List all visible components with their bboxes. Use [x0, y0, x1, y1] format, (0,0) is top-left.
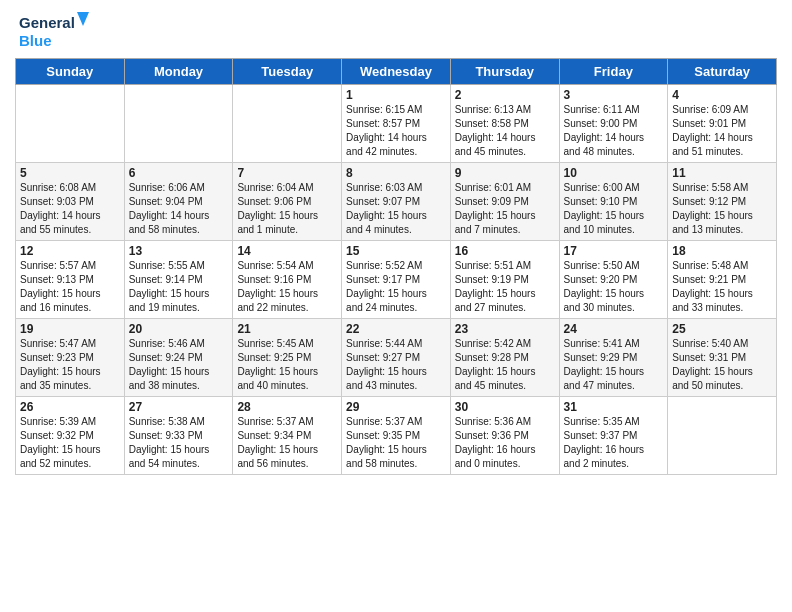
day-info: Sunrise: 5:35 AMSunset: 9:37 PMDaylight:… [564, 415, 664, 471]
day-number: 2 [455, 88, 555, 102]
calendar-cell: 30Sunrise: 5:36 AMSunset: 9:36 PMDayligh… [450, 397, 559, 475]
calendar-week-row: 1Sunrise: 6:15 AMSunset: 8:57 PMDaylight… [16, 85, 777, 163]
calendar-cell: 29Sunrise: 5:37 AMSunset: 9:35 PMDayligh… [342, 397, 451, 475]
day-number: 17 [564, 244, 664, 258]
day-number: 9 [455, 166, 555, 180]
day-info: Sunrise: 5:42 AMSunset: 9:28 PMDaylight:… [455, 337, 555, 393]
calendar-cell: 6Sunrise: 6:06 AMSunset: 9:04 PMDaylight… [124, 163, 233, 241]
logo: GeneralBlue [15, 10, 97, 50]
svg-text:Blue: Blue [19, 32, 52, 49]
calendar-cell: 9Sunrise: 6:01 AMSunset: 9:09 PMDaylight… [450, 163, 559, 241]
day-number: 8 [346, 166, 446, 180]
day-number: 5 [20, 166, 120, 180]
calendar-week-row: 5Sunrise: 6:08 AMSunset: 9:03 PMDaylight… [16, 163, 777, 241]
logo-icon: GeneralBlue [17, 10, 97, 50]
weekday-header: Wednesday [342, 59, 451, 85]
calendar-week-row: 26Sunrise: 5:39 AMSunset: 9:32 PMDayligh… [16, 397, 777, 475]
calendar-cell: 4Sunrise: 6:09 AMSunset: 9:01 PMDaylight… [668, 85, 777, 163]
calendar-cell: 26Sunrise: 5:39 AMSunset: 9:32 PMDayligh… [16, 397, 125, 475]
day-info: Sunrise: 5:48 AMSunset: 9:21 PMDaylight:… [672, 259, 772, 315]
header: GeneralBlue [15, 10, 777, 50]
calendar-cell: 21Sunrise: 5:45 AMSunset: 9:25 PMDayligh… [233, 319, 342, 397]
day-info: Sunrise: 5:54 AMSunset: 9:16 PMDaylight:… [237, 259, 337, 315]
weekday-header: Monday [124, 59, 233, 85]
day-info: Sunrise: 5:38 AMSunset: 9:33 PMDaylight:… [129, 415, 229, 471]
day-number: 11 [672, 166, 772, 180]
day-number: 3 [564, 88, 664, 102]
day-number: 7 [237, 166, 337, 180]
day-number: 31 [564, 400, 664, 414]
day-number: 27 [129, 400, 229, 414]
calendar-cell: 12Sunrise: 5:57 AMSunset: 9:13 PMDayligh… [16, 241, 125, 319]
weekday-header: Friday [559, 59, 668, 85]
day-info: Sunrise: 5:45 AMSunset: 9:25 PMDaylight:… [237, 337, 337, 393]
calendar-cell: 11Sunrise: 5:58 AMSunset: 9:12 PMDayligh… [668, 163, 777, 241]
calendar-cell: 2Sunrise: 6:13 AMSunset: 8:58 PMDaylight… [450, 85, 559, 163]
calendar-week-row: 12Sunrise: 5:57 AMSunset: 9:13 PMDayligh… [16, 241, 777, 319]
day-info: Sunrise: 5:39 AMSunset: 9:32 PMDaylight:… [20, 415, 120, 471]
day-number: 14 [237, 244, 337, 258]
weekday-header: Sunday [16, 59, 125, 85]
page-container: GeneralBlue SundayMondayTuesdayWednesday… [0, 0, 792, 485]
calendar-cell: 10Sunrise: 6:00 AMSunset: 9:10 PMDayligh… [559, 163, 668, 241]
day-info: Sunrise: 6:15 AMSunset: 8:57 PMDaylight:… [346, 103, 446, 159]
calendar-cell [668, 397, 777, 475]
calendar-cell: 5Sunrise: 6:08 AMSunset: 9:03 PMDaylight… [16, 163, 125, 241]
calendar-cell: 22Sunrise: 5:44 AMSunset: 9:27 PMDayligh… [342, 319, 451, 397]
day-number: 6 [129, 166, 229, 180]
weekday-header: Thursday [450, 59, 559, 85]
day-info: Sunrise: 6:08 AMSunset: 9:03 PMDaylight:… [20, 181, 120, 237]
day-info: Sunrise: 5:50 AMSunset: 9:20 PMDaylight:… [564, 259, 664, 315]
calendar-cell [124, 85, 233, 163]
day-info: Sunrise: 5:55 AMSunset: 9:14 PMDaylight:… [129, 259, 229, 315]
day-number: 18 [672, 244, 772, 258]
day-number: 28 [237, 400, 337, 414]
day-number: 19 [20, 322, 120, 336]
svg-marker-2 [77, 12, 89, 26]
day-info: Sunrise: 5:57 AMSunset: 9:13 PMDaylight:… [20, 259, 120, 315]
calendar-cell: 15Sunrise: 5:52 AMSunset: 9:17 PMDayligh… [342, 241, 451, 319]
calendar-table: SundayMondayTuesdayWednesdayThursdayFrid… [15, 58, 777, 475]
calendar-cell: 25Sunrise: 5:40 AMSunset: 9:31 PMDayligh… [668, 319, 777, 397]
calendar-cell: 14Sunrise: 5:54 AMSunset: 9:16 PMDayligh… [233, 241, 342, 319]
calendar-cell [233, 85, 342, 163]
day-number: 29 [346, 400, 446, 414]
day-number: 21 [237, 322, 337, 336]
calendar-cell: 8Sunrise: 6:03 AMSunset: 9:07 PMDaylight… [342, 163, 451, 241]
weekday-header: Saturday [668, 59, 777, 85]
calendar-header: SundayMondayTuesdayWednesdayThursdayFrid… [16, 59, 777, 85]
weekday-header: Tuesday [233, 59, 342, 85]
day-info: Sunrise: 6:06 AMSunset: 9:04 PMDaylight:… [129, 181, 229, 237]
day-info: Sunrise: 5:58 AMSunset: 9:12 PMDaylight:… [672, 181, 772, 237]
calendar-cell: 3Sunrise: 6:11 AMSunset: 9:00 PMDaylight… [559, 85, 668, 163]
calendar-cell: 23Sunrise: 5:42 AMSunset: 9:28 PMDayligh… [450, 319, 559, 397]
day-info: Sunrise: 6:04 AMSunset: 9:06 PMDaylight:… [237, 181, 337, 237]
day-info: Sunrise: 6:01 AMSunset: 9:09 PMDaylight:… [455, 181, 555, 237]
day-number: 16 [455, 244, 555, 258]
calendar-cell: 13Sunrise: 5:55 AMSunset: 9:14 PMDayligh… [124, 241, 233, 319]
calendar-cell: 16Sunrise: 5:51 AMSunset: 9:19 PMDayligh… [450, 241, 559, 319]
day-info: Sunrise: 5:40 AMSunset: 9:31 PMDaylight:… [672, 337, 772, 393]
calendar-cell: 1Sunrise: 6:15 AMSunset: 8:57 PMDaylight… [342, 85, 451, 163]
day-number: 23 [455, 322, 555, 336]
day-info: Sunrise: 5:52 AMSunset: 9:17 PMDaylight:… [346, 259, 446, 315]
calendar-cell: 27Sunrise: 5:38 AMSunset: 9:33 PMDayligh… [124, 397, 233, 475]
day-info: Sunrise: 6:09 AMSunset: 9:01 PMDaylight:… [672, 103, 772, 159]
calendar-cell: 24Sunrise: 5:41 AMSunset: 9:29 PMDayligh… [559, 319, 668, 397]
day-info: Sunrise: 6:00 AMSunset: 9:10 PMDaylight:… [564, 181, 664, 237]
calendar-cell: 17Sunrise: 5:50 AMSunset: 9:20 PMDayligh… [559, 241, 668, 319]
day-info: Sunrise: 6:03 AMSunset: 9:07 PMDaylight:… [346, 181, 446, 237]
day-number: 26 [20, 400, 120, 414]
calendar-cell: 19Sunrise: 5:47 AMSunset: 9:23 PMDayligh… [16, 319, 125, 397]
day-number: 22 [346, 322, 446, 336]
day-info: Sunrise: 5:41 AMSunset: 9:29 PMDaylight:… [564, 337, 664, 393]
day-info: Sunrise: 5:37 AMSunset: 9:34 PMDaylight:… [237, 415, 337, 471]
day-info: Sunrise: 6:13 AMSunset: 8:58 PMDaylight:… [455, 103, 555, 159]
day-number: 12 [20, 244, 120, 258]
day-number: 25 [672, 322, 772, 336]
calendar-cell [16, 85, 125, 163]
day-number: 4 [672, 88, 772, 102]
day-number: 10 [564, 166, 664, 180]
calendar-cell: 20Sunrise: 5:46 AMSunset: 9:24 PMDayligh… [124, 319, 233, 397]
calendar-cell: 28Sunrise: 5:37 AMSunset: 9:34 PMDayligh… [233, 397, 342, 475]
